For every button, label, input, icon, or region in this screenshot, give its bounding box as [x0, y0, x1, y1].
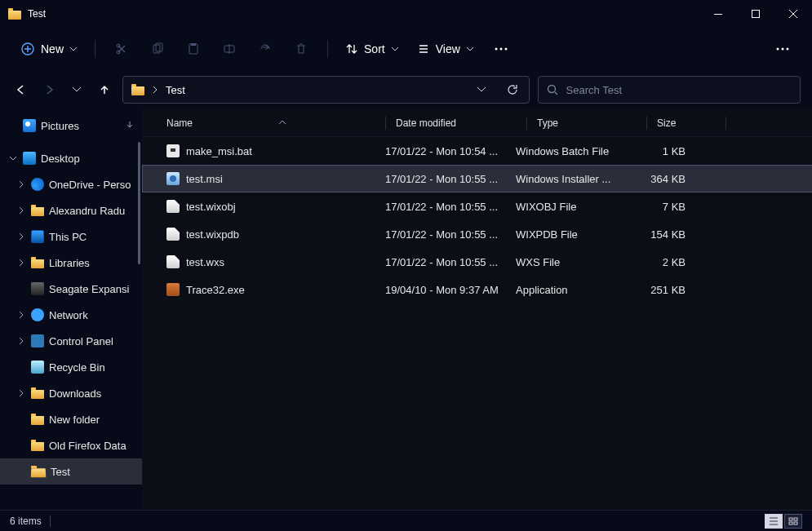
sidebar-item-label: Seagate Expansi [49, 283, 129, 295]
column-date[interactable]: Date modified [396, 117, 526, 129]
sidebar-item[interactable]: Alexandru Radu [0, 197, 142, 223]
close-button[interactable] [774, 0, 812, 28]
svg-point-11 [499, 48, 502, 51]
new-button[interactable]: New [13, 38, 85, 60]
column-name[interactable]: Name [166, 117, 385, 129]
chevron-right-icon [16, 311, 26, 319]
sort-indicator-icon [279, 121, 286, 125]
sidebar-item[interactable]: Network [0, 302, 142, 328]
overflow-button[interactable] [766, 34, 799, 64]
file-type: WXS File [516, 256, 625, 268]
breadcrumb[interactable]: Test [166, 84, 185, 96]
minimize-button[interactable] [699, 0, 737, 28]
file-date: 17/01/22 - Mon 10:55 ... [385, 201, 516, 213]
svg-rect-20 [794, 522, 797, 524]
svg-rect-8 [191, 43, 196, 46]
separator [95, 40, 95, 58]
sort-icon [346, 43, 357, 55]
copy-button[interactable] [141, 34, 174, 64]
file-row[interactable]: make_msi.bat17/01/22 - Mon 10:54 ...Wind… [142, 137, 812, 165]
file-name: test.wixobj [186, 201, 236, 213]
folder-open-icon [31, 466, 46, 477]
more-button[interactable] [485, 34, 517, 64]
address-dropdown[interactable] [470, 78, 493, 101]
file-list: make_msi.bat17/01/22 - Mon 10:54 ...Wind… [142, 137, 812, 510]
svg-rect-19 [789, 522, 792, 524]
back-button[interactable] [11, 80, 31, 100]
folder-icon [8, 8, 21, 20]
cut-button[interactable] [105, 34, 138, 64]
sidebar-item[interactable]: Recycle Bin [0, 354, 142, 380]
clipboard-icon [187, 42, 200, 55]
sidebar-item[interactable]: Downloads [0, 380, 142, 406]
file-row[interactable]: test.wxs17/01/22 - Mon 10:55 ...WXS File… [142, 248, 812, 276]
forward-button[interactable] [39, 80, 59, 100]
svg-point-16 [548, 86, 555, 93]
sidebar-item[interactable]: New folder [0, 406, 142, 432]
delete-button[interactable] [285, 34, 317, 64]
column-size[interactable]: Size [657, 117, 725, 129]
sidebar-item-label: Desktop [41, 153, 80, 165]
column-type[interactable]: Type [537, 117, 646, 129]
paste-button[interactable] [177, 34, 210, 64]
sidebar-item-pictures[interactable]: Pictures [0, 113, 142, 139]
recent-dropdown[interactable] [67, 80, 87, 100]
file-icon [166, 283, 180, 296]
sort-label: Sort [364, 42, 385, 55]
file-type: Application [516, 284, 625, 296]
sidebar-item[interactable]: Libraries [0, 250, 142, 276]
thumbnails-view-button[interactable] [784, 514, 802, 529]
view-button[interactable]: View [410, 38, 481, 60]
sidebar-item[interactable]: This PC [0, 223, 142, 250]
sidebar-item-label: New folder [49, 414, 100, 426]
file-name: make_msi.bat [186, 145, 252, 157]
folder-icon [31, 387, 44, 399]
desktop-icon [23, 152, 36, 165]
address-bar[interactable]: Test [122, 76, 530, 104]
file-row[interactable]: Trace32.exe19/04/10 - Mon 9:37 AMApplica… [142, 276, 812, 303]
rename-icon [223, 42, 236, 55]
file-date: 17/01/22 - Mon 10:55 ... [385, 173, 516, 185]
sidebar-item[interactable]: Seagate Expansi [0, 276, 142, 302]
scrollbar-thumb[interactable] [138, 142, 140, 264]
chevron-down-icon [70, 47, 77, 51]
chevron-right-icon [16, 206, 26, 215]
svg-point-10 [495, 48, 497, 51]
file-row[interactable]: test.wixpdb17/01/22 - Mon 10:55 ...WIXPD… [142, 220, 812, 248]
refresh-button[interactable] [501, 78, 524, 101]
share-button[interactable] [249, 34, 282, 64]
chevron-right-icon [16, 259, 26, 267]
sidebar-item-desktop[interactable]: Desktop [0, 145, 142, 171]
chevron-down-icon [392, 47, 398, 51]
pin-icon [126, 122, 134, 130]
file-type: WIXPDB File [516, 228, 625, 241]
sidebar-item-label: Libraries [49, 257, 90, 269]
column-headers: Name Date modified Type Size [142, 109, 812, 137]
svg-point-13 [777, 48, 779, 51]
svg-point-14 [782, 48, 784, 51]
sidebar-item[interactable]: Test [0, 458, 142, 485]
sort-button[interactable]: Sort [338, 38, 406, 60]
maximize-button[interactable] [737, 0, 774, 28]
chevron-right-icon [16, 180, 26, 188]
file-size: 1 KB [625, 145, 694, 157]
file-size: 154 KB [625, 228, 694, 241]
sidebar-item[interactable]: Old Firefox Data [0, 432, 142, 458]
ellipsis-icon [776, 47, 789, 51]
titlebar: Test [0, 0, 812, 28]
file-date: 19/04/10 - Mon 9:37 AM [385, 284, 516, 296]
folder-icon [31, 440, 44, 451]
sidebar-item[interactable]: OneDrive - Perso [0, 171, 142, 197]
sidebar-item-label: Test [51, 466, 70, 478]
up-button[interactable] [95, 80, 114, 100]
search-box[interactable] [538, 76, 801, 104]
svg-rect-1 [752, 11, 760, 18]
details-view-button[interactable] [765, 514, 783, 529]
svg-rect-0 [714, 14, 722, 15]
sidebar-item[interactable]: Control Panel [0, 328, 142, 354]
rename-button[interactable] [213, 34, 246, 64]
search-input[interactable] [566, 84, 792, 96]
network-icon [31, 308, 44, 321]
file-row[interactable]: test.msi17/01/22 - Mon 10:55 ...Windows … [142, 165, 812, 192]
file-row[interactable]: test.wixobj17/01/22 - Mon 10:55 ...WIXOB… [142, 192, 812, 220]
